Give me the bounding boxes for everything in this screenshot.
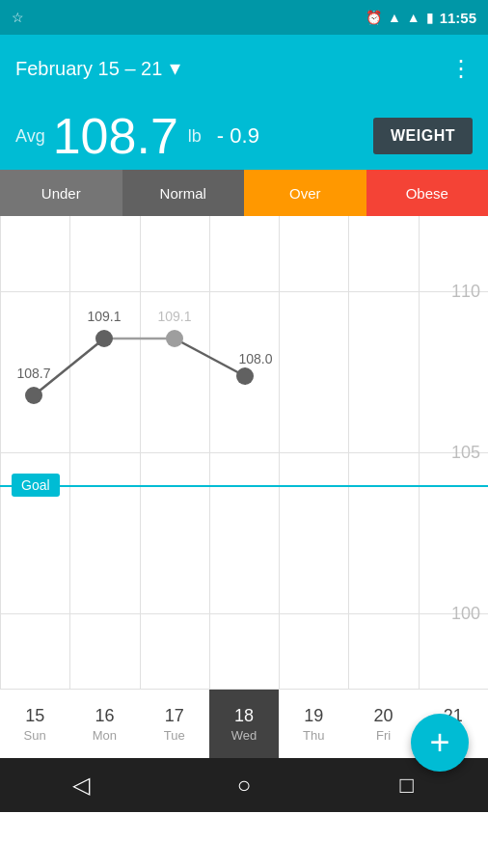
battery-icon: ▮ [426,10,434,25]
status-bar: ☆ ⏰ ▲ ▲ ▮ 11:55 [0,0,488,35]
day-num-20: 20 [374,706,393,726]
weight-bar: Avg 108.7 lb - 0.9 WEIGHT [0,102,488,170]
home-button[interactable] [225,766,263,804]
avg-unit: lb [188,126,202,147]
data-label-1: 109.1 [87,309,121,324]
day-col-20: 20 Fri [348,690,418,758]
day-name-16: Mon [93,728,117,743]
data-point-1[interactable] [95,330,113,347]
data-point-3[interactable] [236,367,254,385]
wifi-icon: ▲ [388,10,401,25]
home-icon [237,772,252,799]
data-point-2[interactable] [166,330,183,347]
date-range-label: February 15 – 21 [15,58,162,80]
day-name-17: Tue [164,728,185,743]
recents-button[interactable] [388,766,426,804]
day-num-16: 16 [95,706,114,726]
tab-obese[interactable]: Obese [366,170,489,216]
status-time: 11:55 [440,10,476,26]
back-button[interactable] [62,766,100,804]
tab-normal[interactable]: Normal [122,170,245,216]
alarm-icon: ⏰ [366,10,382,25]
data-label-3: 108.0 [238,351,272,366]
svg-line-2 [175,339,245,376]
day-col-15: 15 Sun [0,690,69,758]
status-left-icons: ☆ [12,10,24,25]
day-num-15: 15 [25,706,44,726]
day-num-17: 17 [165,706,184,726]
day-col-16: 16 Mon [69,690,139,758]
header: February 15 – 21 ▾ ⋮ [0,35,488,102]
chart-svg [0,216,488,689]
overflow-menu-icon[interactable]: ⋮ [449,55,473,82]
avg-change: - 0.9 [217,123,259,149]
data-label-0: 108.7 [16,366,50,381]
chart-area: 110 105 100 Goal 108.7 109.1 109.1 108.0 [0,216,488,689]
nav-bar [0,758,488,812]
tab-over[interactable]: Over [244,170,366,216]
weight-type-button[interactable]: WEIGHT [373,118,473,154]
data-point-0[interactable] [25,387,42,404]
add-icon: + [429,722,449,763]
signal-icon: ▲ [407,10,420,25]
day-col-17: 17 Tue [140,690,209,758]
day-name-20: Fri [376,728,391,743]
avg-label: Avg [15,126,45,147]
data-label-2: 109.1 [157,309,191,324]
tab-under[interactable]: Under [0,170,122,216]
add-entry-fab[interactable]: + [411,714,469,772]
status-right-icons: ⏰ ▲ ▲ ▮ 11:55 [366,10,476,26]
avg-value: 108.7 [53,111,178,161]
day-name-19: Thu [303,728,324,743]
recents-icon [399,772,414,799]
day-name-15: Sun [24,728,46,743]
back-icon [72,772,90,799]
day-col-18: 18 Wed [209,690,279,758]
day-name-18: Wed [231,728,258,743]
day-num-18: 18 [234,706,254,726]
category-tabs: Under Normal Over Obese [0,170,488,216]
day-col-19: 19 Thu [279,690,348,758]
dropdown-icon[interactable]: ▾ [170,56,180,81]
date-range-container[interactable]: February 15 – 21 ▾ [15,56,180,81]
day-num-19: 19 [304,706,323,726]
android-icon: ☆ [12,10,24,25]
